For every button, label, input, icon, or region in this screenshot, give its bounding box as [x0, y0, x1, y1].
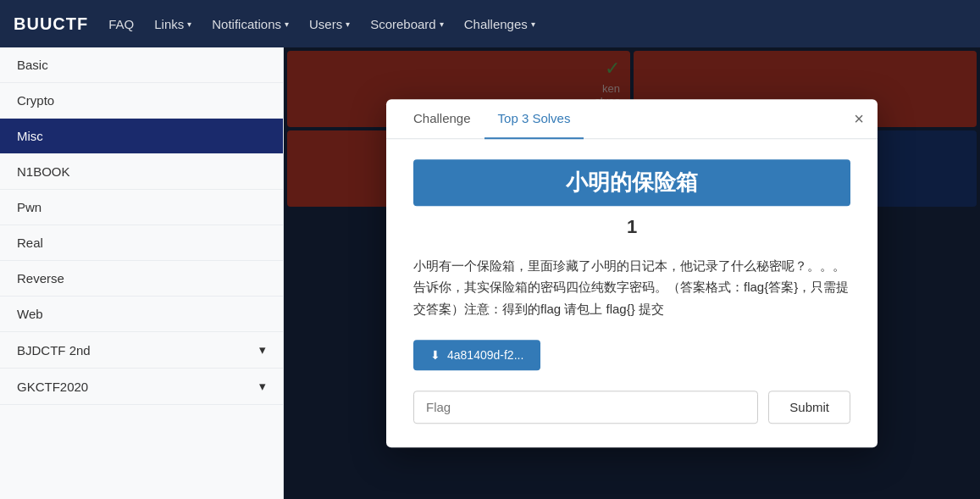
modal-body: 小明的保险箱 1 小明有一个保险箱，里面珍藏了小明的日记本，他记录了什么秘密呢？… — [386, 139, 878, 448]
sidebar-item-misc[interactable]: Misc — [0, 119, 283, 154]
main-layout: Basic Crypto Misc N1BOOK Pwn Real Revers… — [0, 47, 980, 499]
sidebar-item-web[interactable]: Web — [0, 297, 283, 332]
links-dropdown[interactable]: Links ▾ — [154, 17, 191, 31]
notifications-dropdown[interactable]: Notifications ▾ — [212, 17, 289, 31]
faq-link[interactable]: FAQ — [108, 17, 134, 31]
notifications-caret-icon: ▾ — [285, 19, 289, 29]
challenges-label: Challenges — [464, 17, 528, 31]
modal-tabs: Challenge Top 3 Solves × — [386, 99, 878, 139]
links-caret-icon: ▾ — [187, 19, 191, 29]
bjdctf-arrow-icon: ▾ — [259, 342, 266, 358]
users-caret-icon: ▾ — [346, 19, 350, 29]
sidebar-item-bjdctf[interactable]: BJDCTF 2nd ▾ — [0, 332, 283, 369]
tab-challenge[interactable]: Challenge — [400, 99, 484, 139]
challenge-title: 小明的保险箱 — [413, 159, 850, 206]
scoreboard-caret-icon: ▾ — [440, 19, 444, 29]
download-button[interactable]: ⬇ 4a81409d-f2... — [413, 340, 540, 370]
sidebar-item-n1book[interactable]: N1BOOK — [0, 154, 283, 190]
sidebar-item-reverse[interactable]: Reverse — [0, 261, 283, 297]
content-area: ✓ ken olves nts 断坦 olves nts — [284, 47, 980, 499]
challenge-points: 1 — [413, 216, 850, 238]
challenges-dropdown[interactable]: Challenges ▾ — [464, 17, 535, 31]
flag-row: Submit — [413, 391, 850, 424]
scoreboard-dropdown[interactable]: Scoreboard ▾ — [370, 17, 444, 31]
download-icon: ⬇ — [430, 348, 440, 362]
submit-button[interactable]: Submit — [768, 391, 850, 424]
notifications-label: Notifications — [212, 17, 281, 31]
modal-close-button[interactable]: × — [854, 110, 864, 127]
download-label: 4a81409d-f2... — [447, 348, 523, 362]
sidebar-item-basic[interactable]: Basic — [0, 47, 283, 83]
sidebar-item-pwn[interactable]: Pwn — [0, 190, 283, 225]
users-label: Users — [309, 17, 342, 31]
sidebar-item-real[interactable]: Real — [0, 225, 283, 261]
gkctf-arrow-icon: ▾ — [259, 379, 266, 394]
challenges-caret-icon: ▾ — [531, 19, 535, 29]
tab-top3-solves[interactable]: Top 3 Solves — [484, 99, 584, 139]
navbar: BUUCTF FAQ Links ▾ Notifications ▾ Users… — [0, 0, 980, 47]
flag-input[interactable] — [413, 391, 758, 424]
brand-logo[interactable]: BUUCTF — [14, 14, 88, 34]
scoreboard-label: Scoreboard — [370, 17, 436, 31]
challenge-description: 小明有一个保险箱，里面珍藏了小明的日记本，他记录了什么秘密呢？。。。告诉你，其实… — [413, 255, 850, 320]
challenge-modal: Challenge Top 3 Solves × 小明的保险箱 1 小明有一个保… — [386, 99, 878, 448]
sidebar-item-crypto[interactable]: Crypto — [0, 83, 283, 119]
users-dropdown[interactable]: Users ▾ — [309, 17, 350, 31]
sidebar-item-gkctf[interactable]: GKCTF2020 ▾ — [0, 369, 283, 405]
sidebar: Basic Crypto Misc N1BOOK Pwn Real Revers… — [0, 47, 284, 499]
links-label: Links — [154, 17, 184, 31]
